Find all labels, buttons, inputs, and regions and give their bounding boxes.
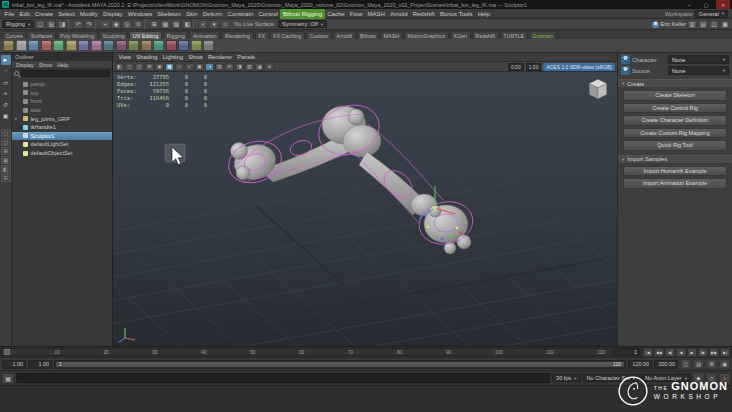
menu-item[interactable]: Deform	[200, 9, 225, 19]
layout-preset-button[interactable]: ◫	[1, 138, 11, 146]
menu-set-select[interactable]: Rigging ▾	[2, 20, 34, 28]
create-action-button[interactable]: Quick Rig Tool	[623, 140, 727, 151]
shelf-tool-icon[interactable]	[166, 40, 177, 51]
menu-item[interactable]: Bonus Tools	[437, 9, 475, 19]
menu-item[interactable]: Flow	[347, 9, 365, 19]
tool-button[interactable]: ▱	[1, 77, 11, 87]
viewport-toolbar-icon[interactable]: ⊟	[225, 63, 234, 71]
viewport-toolbar-icon[interactable]: ▣	[195, 63, 204, 71]
viewport-toolbar-icon[interactable]: ◫	[135, 63, 144, 71]
shelf-tool-icon[interactable]	[141, 40, 152, 51]
menu-item[interactable]: Cache	[325, 9, 348, 19]
outliner-item[interactable]: persp	[12, 80, 112, 89]
menu-item[interactable]: Arnold	[388, 9, 411, 19]
viewport-menu-item[interactable]: Show	[186, 54, 206, 60]
viewport-canvas[interactable]: Verts:37795 00 Edges:121355 00 Faces:597…	[113, 72, 617, 346]
viewport-toolbar-icon[interactable]: ◨	[235, 63, 244, 71]
menu-item[interactable]: Skin	[183, 9, 200, 19]
menu-item[interactable]: Redshift	[410, 9, 437, 19]
tool-button[interactable]: +	[1, 88, 11, 98]
layout-preset-button[interactable]: ▦	[1, 156, 11, 164]
status-line-icon[interactable]: ◉	[111, 20, 121, 29]
outliner-item[interactable]: defaultObjectSet	[12, 149, 112, 158]
outliner-menu-item[interactable]: Show	[39, 62, 53, 68]
status-line-icon[interactable]: ▤	[46, 20, 56, 29]
exposure-field[interactable]: 0.00	[508, 63, 524, 71]
menu-item[interactable]: Display	[100, 9, 125, 19]
shelf-tool-icon[interactable]	[16, 40, 27, 51]
layout-preset-button[interactable]: ▢	[1, 129, 11, 137]
menu-item[interactable]: Skeleton	[155, 9, 184, 19]
viewport-menu-item[interactable]: Panels	[235, 54, 258, 60]
transport-button[interactable]: ◀◀	[654, 348, 664, 357]
range-option-icon[interactable]: ▣	[719, 359, 730, 369]
character-select[interactable]: None ▾	[668, 55, 729, 64]
animation-end-field[interactable]: 200.00	[654, 360, 678, 369]
viewport-menu-item[interactable]: Renderer	[205, 54, 234, 60]
shelf-tab[interactable]: Bifrost	[357, 31, 379, 39]
shelf-tool-icon[interactable]	[203, 40, 214, 51]
range-start-handle[interactable]: 1	[59, 362, 62, 367]
leg-model[interactable]	[230, 106, 471, 254]
viewport-toolbar-icon[interactable]: ≈	[175, 63, 184, 71]
status-line-icon[interactable]: ↷	[84, 20, 94, 29]
outliner-item[interactable]: ikHandle1	[12, 123, 112, 132]
transport-button[interactable]: |▶	[698, 348, 708, 357]
import-action-button[interactable]: Import HumanIK Example	[623, 166, 727, 177]
command-line-input[interactable]	[16, 373, 550, 383]
create-action-button[interactable]: Create Control Rig	[623, 103, 727, 114]
shelf-tool-icon[interactable]	[103, 40, 114, 51]
status-line-icon[interactable]: ⊞	[149, 20, 159, 29]
transport-button[interactable]: ▶	[687, 348, 697, 357]
tool-button[interactable]: ◌	[1, 66, 11, 76]
status-line-icon[interactable]: ◧	[182, 20, 192, 29]
viewport-menu-item[interactable]: Lighting	[160, 54, 186, 60]
outliner-item[interactable]: Sculptor1	[12, 132, 112, 141]
transport-button[interactable]: ◀	[676, 348, 686, 357]
viewport-menu-item[interactable]: Shading	[134, 54, 160, 60]
outliner-menu-item[interactable]: Display	[16, 62, 34, 68]
menu-item[interactable]: Edit	[17, 9, 33, 19]
tool-button[interactable]: ▣	[1, 110, 11, 120]
outliner-item[interactable]: ▸ leg_joints_GRP	[12, 114, 112, 123]
import-samples-section-header[interactable]: ▾ Import Samples	[618, 155, 732, 164]
menu-item[interactable]: Help	[475, 9, 493, 19]
range-bar[interactable]: 1 120	[54, 360, 626, 369]
shelf-tool-icon[interactable]	[153, 40, 164, 51]
shelf-tab[interactable]: MotionGraphics	[404, 31, 449, 39]
status-line-icon[interactable]: ◐	[198, 20, 208, 29]
shelf-tab[interactable]: Curves	[2, 31, 26, 39]
shelf-tool-icon[interactable]	[78, 40, 89, 51]
color-management-chip[interactable]: ACES 1.0 SDR-video (sRGB)	[543, 63, 615, 71]
create-action-button[interactable]: Create Custom Rig Mapping	[623, 128, 727, 139]
shelf-tool-icon[interactable]	[3, 40, 14, 51]
status-line-icon[interactable]: ⊙	[133, 20, 143, 29]
menu-item[interactable]: Bifrost Rigging	[280, 9, 324, 19]
transport-button[interactable]: ◀|	[665, 348, 675, 357]
status-line-icon[interactable]: ◨	[57, 20, 67, 29]
viewport-toolbar-icon[interactable]: ◧	[115, 63, 124, 71]
outliner-item[interactable]: side	[12, 106, 112, 115]
status-line-icon[interactable]	[95, 20, 99, 29]
menu-item[interactable]: Modify	[77, 9, 100, 19]
create-action-button[interactable]: Create Skeleton	[623, 90, 727, 101]
tool-button[interactable]: ►	[1, 55, 11, 65]
status-line-icon[interactable]: ●	[209, 20, 219, 29]
shelf-tab[interactable]: Surfaces	[27, 31, 55, 39]
shelf-tool-icon[interactable]	[66, 40, 77, 51]
shelf-tool-icon[interactable]	[116, 40, 127, 51]
shelf-tool-icon[interactable]	[28, 40, 39, 51]
transport-button[interactable]: ▶|	[720, 348, 730, 357]
shelf-tab[interactable]: Rendering	[221, 31, 253, 39]
sidebar-toggle-icon[interactable]: ▥	[687, 20, 697, 29]
status-line-icon[interactable]: ↶	[73, 20, 83, 29]
shelf-tab[interactable]: TURTLE	[500, 31, 528, 39]
current-time-marker[interactable]	[4, 349, 10, 355]
animation-start-field[interactable]: 1.00	[2, 360, 26, 369]
status-line-icon[interactable]: +	[100, 20, 110, 29]
viewport-toolbar-icon[interactable]: ◉	[155, 63, 164, 71]
viewport-toolbar-icon[interactable]: ⊞	[145, 63, 154, 71]
viewport-toolbar-icon[interactable]: ▦	[165, 63, 174, 71]
layout-preset-button[interactable]: ⊟	[1, 174, 11, 182]
maximize-button[interactable]: ▢	[699, 0, 713, 9]
